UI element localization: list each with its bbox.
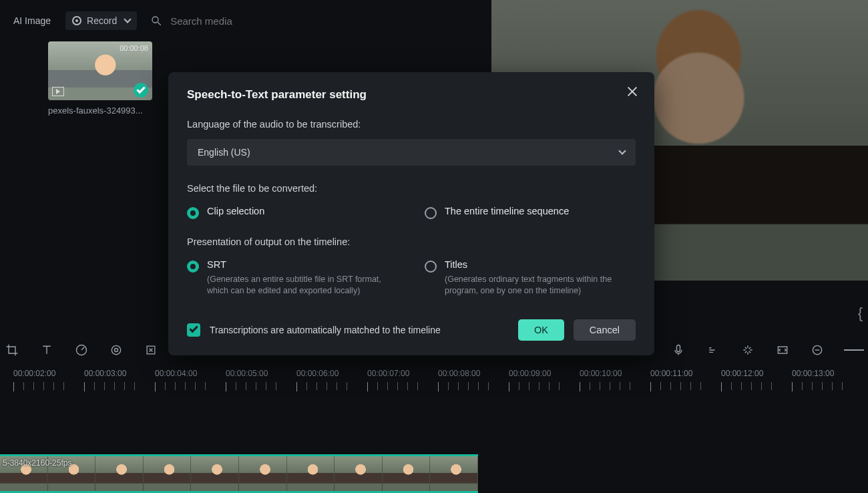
zoom-slider[interactable] bbox=[844, 349, 864, 351]
color-icon[interactable] bbox=[108, 342, 124, 358]
ruler-timestamp: 00:00:08:00 bbox=[438, 369, 480, 378]
thumb-timecode: 00:00:08 bbox=[120, 44, 148, 52]
ruler-timestamp: 00:00:07:00 bbox=[367, 369, 409, 378]
close-icon[interactable] bbox=[625, 84, 640, 99]
cancel-button[interactable]: Cancel bbox=[574, 319, 636, 341]
brace-icon: { bbox=[858, 305, 863, 322]
radio-clip-selection[interactable]: Clip selection bbox=[187, 206, 398, 219]
ruler-timestamp: 00:00:04:00 bbox=[155, 369, 197, 378]
ruler-timestamp: 00:00:09:00 bbox=[509, 369, 551, 378]
speed-icon[interactable] bbox=[73, 342, 89, 358]
radio-entire-timeline[interactable]: The entire timeline sequence bbox=[425, 206, 636, 219]
radio-icon bbox=[187, 261, 199, 273]
ruler-timestamp: 00:00:05:00 bbox=[226, 369, 268, 378]
dialog-title: Speech-to-Text parameter setting bbox=[187, 88, 636, 102]
svg-rect-9 bbox=[677, 345, 680, 352]
output-label: Presentation of output on the timeline: bbox=[187, 236, 636, 247]
radio-icon bbox=[187, 207, 199, 219]
zoom-out-icon[interactable] bbox=[809, 342, 825, 358]
crop-icon[interactable] bbox=[4, 342, 20, 358]
mic-icon[interactable] bbox=[670, 342, 686, 358]
svg-point-6 bbox=[112, 345, 120, 354]
audio-icon[interactable] bbox=[705, 342, 721, 358]
thumb-filename: pexels-fauxels-324993... bbox=[48, 106, 152, 116]
file-select-label: Select the file to be converted: bbox=[187, 183, 636, 194]
svg-point-7 bbox=[115, 349, 118, 352]
clip-spec-label: 5-3840x2160-25fps bbox=[3, 458, 71, 468]
ruler-timestamp: 00:00:03:00 bbox=[84, 369, 126, 378]
ruler-timestamp: 00:00:06:00 bbox=[296, 369, 339, 378]
fit-icon[interactable] bbox=[775, 342, 791, 358]
play-icon bbox=[52, 87, 64, 96]
text-icon[interactable] bbox=[39, 342, 55, 358]
media-clip-thumb[interactable]: 00:00:08 pexels-fauxels-324993... bbox=[48, 41, 152, 116]
ruler-timestamp: 00:00:13:00 bbox=[792, 369, 834, 378]
ok-button[interactable]: OK bbox=[518, 319, 564, 341]
ruler-timestamp: 00:00:12:00 bbox=[721, 369, 763, 378]
svg-point-0 bbox=[152, 17, 158, 23]
svg-line-1 bbox=[158, 22, 161, 25]
chevron-down-icon bbox=[618, 147, 626, 154]
auto-match-label: Transcriptions are automatically matched… bbox=[210, 325, 441, 335]
thumb-image: 00:00:08 bbox=[48, 41, 152, 100]
ruler-timestamp: 00:00:02:00 bbox=[13, 369, 55, 378]
record-icon bbox=[72, 16, 81, 25]
radio-srt[interactable]: SRT (Generates an entire subtitle file i… bbox=[187, 259, 398, 297]
radio-icon bbox=[425, 261, 437, 273]
radio-icon bbox=[425, 207, 437, 219]
render-icon[interactable] bbox=[740, 342, 756, 358]
ruler-timestamp: 00:00:10:00 bbox=[580, 369, 622, 378]
auto-match-checkbox[interactable] bbox=[187, 323, 200, 337]
language-select[interactable]: English (US) bbox=[187, 139, 636, 166]
speech-to-text-dialog: Speech-to-Text parameter setting Languag… bbox=[168, 72, 654, 355]
check-badge-icon bbox=[134, 83, 148, 98]
language-value: English (US) bbox=[198, 147, 250, 158]
search-icon bbox=[149, 13, 164, 28]
timeline-ruler[interactable]: 00:00:02:0000:00:03:0000:00:04:0000:00:0… bbox=[0, 369, 868, 398]
ai-image-button[interactable]: AI Image bbox=[5, 10, 59, 31]
ruler-timestamp: 00:00:11:00 bbox=[650, 369, 692, 378]
record-dropdown[interactable]: Record bbox=[65, 11, 137, 30]
effects-icon[interactable] bbox=[143, 342, 159, 358]
radio-titles[interactable]: Titles (Generates ordinary text fragment… bbox=[425, 259, 636, 297]
chevron-down-icon bbox=[124, 15, 132, 23]
language-label: Language of the audio to be transcribed: bbox=[187, 119, 636, 130]
record-label: Record bbox=[87, 15, 117, 26]
